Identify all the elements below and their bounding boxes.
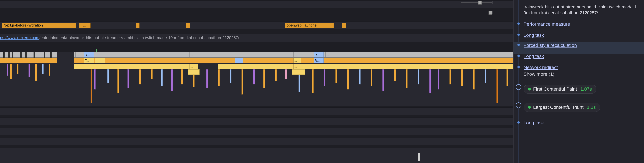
stack-frame[interactable] [10, 64, 12, 79]
gc-marker[interactable] [96, 49, 97, 52]
stack-frame[interactable] [438, 69, 440, 89]
insight-link[interactable]: Long task [524, 120, 544, 125]
insight-link[interactable]: Long task [524, 54, 544, 59]
stack-frame[interactable] [347, 69, 349, 89]
main-thread-track[interactable]: ... R... ... ... ... ... R... ... F... .… [0, 52, 513, 106]
frame-row[interactable] [0, 58, 57, 63]
user-timing-track[interactable]: Next.js-before-hydration ... openweb_lau… [0, 22, 513, 29]
slider-thumb[interactable] [478, 1, 482, 5]
stack-frame[interactable] [336, 69, 337, 83]
metric-pill[interactable]: First Contentful Paint 1.07s [524, 85, 596, 94]
stack-frame[interactable] [461, 69, 463, 86]
stack-frame[interactable] [253, 69, 255, 84]
frame-row[interactable] [74, 64, 198, 69]
metric-lcp[interactable]: Largest Contentful Paint 1.1s [524, 103, 638, 112]
frame-cell[interactable]: F... [84, 58, 94, 63]
stack-frame[interactable] [171, 69, 173, 91]
stack-frame[interactable] [230, 69, 232, 83]
stack-frame[interactable] [7, 64, 8, 76]
frame-cell[interactable]: ... [294, 52, 301, 58]
stack-frame[interactable] [359, 69, 360, 84]
frame-cell[interactable]: ... [76, 52, 83, 58]
stack-frame[interactable] [485, 69, 486, 83]
flame-area[interactable]: ... R... ... ... ... ... R... ... F... .… [0, 52, 513, 106]
marker-tick[interactable] [418, 153, 420, 161]
frame-cell[interactable]: ... [188, 69, 200, 75]
stack-frame[interactable] [151, 69, 152, 79]
stack-frame[interactable] [193, 75, 194, 87]
track-row[interactable] [0, 138, 513, 145]
frame-row[interactable] [218, 64, 513, 69]
frame-cell[interactable]: R... [314, 58, 324, 63]
frame-cell[interactable]: ... [190, 64, 197, 69]
insight-link[interactable]: Performance measure [524, 22, 570, 27]
stack-frame[interactable] [181, 69, 183, 84]
stack-frame[interactable] [312, 69, 314, 93]
stack-frame[interactable] [371, 69, 372, 86]
insight-link[interactable]: Forced style recalculation [524, 43, 577, 48]
insights-sidebar[interactable]: trainwreck-hits-out-at-streamers-amid-cl… [513, 0, 644, 163]
playhead[interactable] [36, 0, 36, 163]
frame-cell[interactable]: ... [152, 52, 160, 58]
track-row[interactable] [0, 128, 513, 135]
marker-tick[interactable] [342, 23, 346, 28]
stack-frame[interactable] [324, 69, 325, 86]
stack-frame[interactable] [139, 69, 141, 84]
frame-cell[interactable]: ... [292, 69, 305, 75]
track-row[interactable] [0, 107, 513, 115]
frame-cell[interactable]: R... [84, 52, 94, 58]
stack-frame[interactable] [382, 69, 384, 91]
timings-track[interactable] [0, 1, 513, 8]
frame-cell[interactable]: ... [325, 52, 333, 58]
stack-frame[interactable] [218, 69, 220, 86]
range-slider-1[interactable] [461, 2, 493, 4]
insight-link[interactable]: Network redirect [524, 65, 558, 70]
stack-frame[interactable] [496, 69, 498, 103]
insight-item-long-task[interactable]: Long task [524, 54, 638, 59]
frame-cell[interactable]: R... [314, 52, 324, 58]
marker-next-before-hydration[interactable]: Next.js-before-hydration [2, 23, 76, 28]
marker-tick[interactable] [136, 23, 140, 28]
stack-frame[interactable] [206, 69, 208, 88]
stack-frame[interactable] [450, 69, 451, 84]
insight-item-performance-measure[interactable]: Performance measure [524, 22, 638, 27]
stack-frame[interactable] [107, 69, 109, 83]
slider-thumb[interactable] [488, 11, 492, 15]
navigation-url-row[interactable]: ps://www.dexerto.com/entertainment/train… [0, 34, 513, 42]
marker-tick[interactable] [186, 23, 190, 28]
stack-frame[interactable] [28, 64, 30, 77]
insight-item-network-redirect[interactable]: Network redirect [524, 65, 638, 70]
insight-item-long-task[interactable]: Long task [524, 120, 638, 125]
stack-frame[interactable] [242, 69, 243, 94]
show-more-label[interactable]: Show more (1) [524, 72, 554, 77]
stack-frame[interactable] [263, 69, 265, 88]
stack-frame[interactable] [418, 69, 419, 84]
track-row[interactable] [0, 148, 513, 163]
insight-item-long-task[interactable]: Long task [524, 33, 638, 38]
frame-cell[interactable]: ... [95, 58, 105, 63]
show-more-link[interactable]: Show more (1) [524, 72, 638, 77]
stack-frame[interactable] [285, 69, 287, 79]
frame-cell[interactable] [235, 58, 243, 63]
frame-cell[interactable]: ... [190, 52, 197, 58]
stack-frame[interactable] [42, 64, 44, 74]
insight-item-forced-style-recalculation[interactable]: Forced style recalculation [524, 43, 638, 48]
stack-frame[interactable] [90, 69, 92, 103]
stack-frame[interactable] [118, 69, 119, 93]
marker-openweb-launcher[interactable]: openweb_launche... [285, 23, 334, 28]
stack-frame[interactable] [406, 69, 408, 88]
marker-ellipsis[interactable]: ... [79, 23, 90, 28]
stack-frame[interactable] [394, 69, 396, 81]
stack-frame[interactable] [94, 69, 96, 89]
stack-frame[interactable] [506, 69, 508, 86]
metric-pill[interactable]: Largest Contentful Paint 1.1s [524, 103, 600, 112]
insight-link[interactable]: Long task [524, 33, 544, 38]
stack-frame[interactable] [128, 69, 129, 88]
track-row[interactable] [0, 117, 513, 125]
stack-frame[interactable] [161, 69, 163, 86]
stack-frame[interactable] [429, 69, 431, 93]
metric-fcp[interactable]: First Contentful Paint 1.07s [524, 85, 638, 94]
stack-frame[interactable] [49, 64, 50, 76]
frame-cell[interactable]: ... [95, 52, 108, 58]
flamegraph-panel[interactable]: Next.js-before-hydration ... openweb_lau… [0, 0, 513, 163]
